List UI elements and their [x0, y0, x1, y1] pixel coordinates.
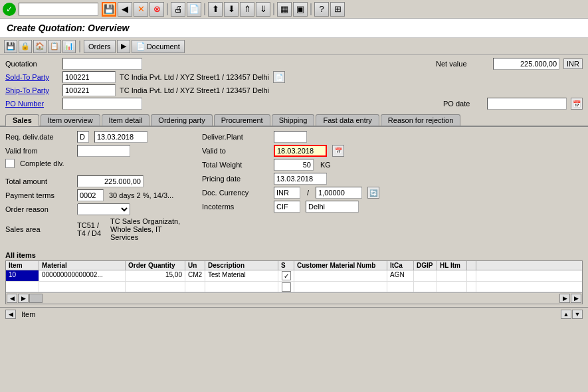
incoterms-place[interactable] [306, 201, 359, 213]
pricing-date-input[interactable] [274, 173, 327, 185]
table-row[interactable]: 10 000000000000002... 15,00 CM2 Test Mat… [6, 270, 582, 282]
tab-ordering-party[interactable]: Ordering party [151, 114, 212, 126]
command-field[interactable] [19, 3, 98, 16]
doc-currency-rate[interactable] [316, 187, 362, 199]
ship-to-address: TC India Pvt. Ltd / XYZ Street1 / 123457… [120, 86, 269, 94]
tab-item-overview[interactable]: Item overview [41, 114, 100, 126]
tab-fast-data[interactable]: Fast data entry [316, 114, 379, 126]
sold-to-id[interactable] [62, 71, 116, 83]
po-date-label: PO date [443, 100, 483, 108]
po-date-icon[interactable]: 📅 [571, 98, 583, 110]
top-toolbar: ✓ 💾 ◀ ✕ ⊗ 🖨 📄 ⬆ ⬇ ⇑ ⇓ ▦ ▣ ? ⊞ [0, 0, 588, 19]
ship-to-id[interactable] [62, 84, 116, 96]
deliver-plant-row: Deliver.Plant [202, 131, 583, 143]
sold-to-row: Sold-To Party TC India Pvt. Ltd / XYZ St… [5, 71, 583, 83]
sales-area-label: Sales area [5, 225, 72, 233]
incoterms-code[interactable] [274, 201, 300, 213]
toolbar2-btn3[interactable]: 🏠 [33, 40, 47, 53]
ship-to-label[interactable]: Ship-To Party [5, 86, 58, 94]
po-number-label[interactable]: PO Number [5, 100, 58, 108]
po-date-input[interactable] [487, 98, 567, 110]
prev-button[interactable]: ⬆ [208, 2, 223, 17]
status-icon: ✓ [3, 3, 16, 16]
order-reason-select[interactable] [77, 203, 130, 215]
total-weight-input[interactable] [274, 159, 314, 171]
first-button[interactable]: ⇑ [240, 2, 254, 17]
complete-dlv-checkbox[interactable] [5, 159, 15, 168]
status-left[interactable]: ◀ [5, 310, 16, 319]
layout1-button[interactable]: ▦ [277, 2, 292, 17]
save-button[interactable]: 💾 [102, 2, 116, 17]
layout2-button[interactable]: ▣ [293, 2, 308, 17]
page-title: Create Quotation: Overview [7, 23, 581, 33]
scroll-right2[interactable]: ▶ [559, 294, 570, 303]
scroll-right[interactable]: ▶ [18, 294, 29, 303]
td-un-1: CM2 [185, 270, 205, 281]
cancel-button[interactable]: ⊗ [149, 2, 164, 17]
scroll-left[interactable]: ◀ [7, 294, 17, 303]
last-button[interactable]: ⇓ [256, 2, 270, 17]
table-row[interactable] [6, 282, 582, 292]
col-order-qty: Order Quantity [126, 261, 185, 270]
sold-to-icon[interactable]: 📄 [273, 71, 285, 83]
settings-button[interactable]: ⊞ [330, 2, 345, 17]
valid-to-icon[interactable]: 📅 [332, 145, 344, 157]
po-row: PO Number PO date 📅 [5, 98, 583, 110]
valid-from-input[interactable] [77, 145, 130, 157]
toolbar2-btn4[interactable]: 📋 [48, 40, 61, 53]
col-cust-mat: Customer Material Numb [294, 261, 387, 270]
po-number-input[interactable] [62, 98, 142, 110]
tab-item-detail[interactable]: Item detail [102, 114, 150, 126]
next-button[interactable]: ⬇ [224, 2, 239, 17]
col-scroll-top[interactable] [467, 261, 476, 270]
td-s-2[interactable] [278, 282, 294, 292]
td-dgip-2 [414, 282, 437, 292]
help-button[interactable]: ? [314, 2, 329, 17]
deliver-plant-input[interactable] [274, 131, 307, 143]
tab-reason-rejection[interactable]: Reason for rejection [381, 114, 460, 126]
print1-button[interactable]: 🖨 [171, 2, 185, 17]
toolbar2-btn2[interactable]: 🔒 [19, 40, 32, 53]
doc-currency-refresh[interactable]: 🔄 [367, 187, 379, 199]
bottom-scroll-btn[interactable]: ▲ [561, 310, 571, 319]
doc-currency-input[interactable] [274, 187, 300, 199]
sold-to-label[interactable]: Sold-To Party [5, 73, 58, 81]
toolbar2-btn5[interactable]: 📊 [62, 40, 76, 53]
toolbar2-btn1[interactable]: 💾 [4, 40, 17, 53]
pricing-date-label: Pricing date [202, 175, 268, 183]
orders-label: Orders [88, 43, 111, 50]
total-amount-input[interactable] [77, 175, 144, 187]
s-checkbox-2[interactable] [282, 282, 291, 292]
tabs-container: Sales Item overview Item detail Ordering… [0, 112, 588, 127]
bottom-scroll-btn2[interactable]: ▼ [572, 310, 583, 319]
req-deliv-date[interactable] [94, 131, 147, 143]
tab-sales[interactable]: Sales [5, 114, 39, 126]
payment-terms-desc: 30 days 2 %, 14/3... [109, 191, 173, 199]
document-label: Document [147, 43, 180, 50]
net-value-input[interactable]: 225.000,00 [493, 58, 559, 70]
td-item-1: 10 [6, 270, 39, 281]
scroll-track[interactable] [29, 294, 43, 303]
s-checkbox-1[interactable]: ✓ [282, 271, 291, 280]
document-menu[interactable]: 📄 Document [132, 40, 185, 53]
quotation-input[interactable] [62, 58, 142, 70]
print2-button[interactable]: 📄 [187, 2, 201, 17]
toolbar2-arrow[interactable]: ▶ [117, 40, 130, 53]
td-scroll-1 [467, 270, 476, 281]
total-amount-row: Total amount [5, 175, 191, 187]
req-deliv-d[interactable] [77, 131, 89, 143]
back-button[interactable]: ◀ [118, 2, 132, 17]
exit-button[interactable]: ✕ [134, 2, 148, 17]
payment-terms-code[interactable] [77, 189, 104, 201]
scroll-right3[interactable]: ▶ [571, 294, 581, 303]
col-item: Item [6, 261, 39, 270]
tab-shipping[interactable]: Shipping [272, 114, 315, 126]
td-qty-1: 15,00 [126, 270, 185, 281]
sales-left-col: Req. deliv.date Valid from Complete dlv. [5, 131, 191, 243]
td-hl-itm-2 [437, 282, 467, 292]
total-weight-label: Total Weight [202, 161, 268, 169]
valid-to-input[interactable] [274, 145, 327, 157]
td-s-1[interactable]: ✓ [278, 270, 294, 281]
tab-procurement[interactable]: Procurement [214, 114, 270, 126]
orders-menu[interactable]: Orders [84, 40, 116, 53]
